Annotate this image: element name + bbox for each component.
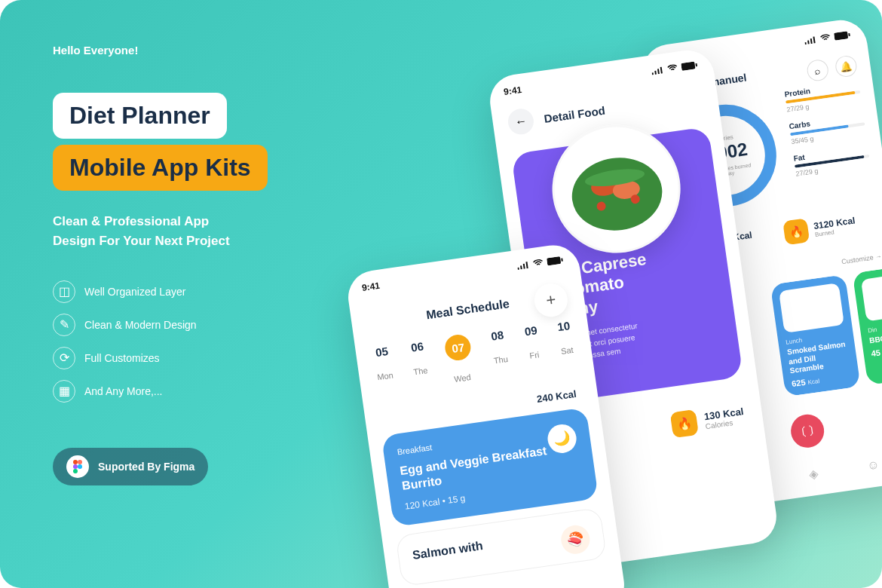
svg-rect-8 [813, 36, 815, 43]
svg-rect-16 [660, 67, 663, 74]
svg-rect-30 [547, 256, 561, 265]
svg-point-1 [78, 460, 82, 464]
battery-icon [547, 256, 564, 265]
macro-item: Carbs35/45 g [789, 112, 866, 145]
meal-thumb [779, 283, 844, 333]
feature-icon: ✎ [53, 314, 75, 336]
calendar-day[interactable]: 10Sat [556, 319, 575, 369]
feature-icon: ▦ [53, 380, 75, 403]
svg-rect-5 [804, 42, 806, 44]
status-icons [651, 61, 699, 75]
day-number: 10 [556, 319, 571, 333]
svg-point-0 [73, 460, 78, 464]
day-name: The [413, 366, 428, 377]
figma-icon [66, 455, 89, 478]
calendar-day[interactable]: 08Thu [489, 328, 510, 378]
day-number: 08 [489, 328, 505, 342]
burned-icon: 🔥 [782, 218, 810, 245]
svg-rect-14 [654, 71, 657, 75]
feature-text: Full Customizes [84, 352, 160, 364]
svg-rect-27 [520, 265, 522, 269]
svg-rect-10 [848, 33, 850, 36]
back-button[interactable]: ← [507, 107, 535, 136]
svg-rect-18 [695, 63, 697, 66]
macro-item: Protein27/29 g [784, 80, 862, 114]
wifi-icon [819, 34, 831, 43]
meal-scroll-card[interactable]: LunchSmoked Salmon and Dill Scramble625 … [770, 274, 861, 397]
svg-point-4 [73, 469, 78, 473]
feature-icon: ⟳ [53, 347, 75, 369]
status-icons [804, 31, 851, 45]
meal-card-breakfast[interactable]: 🌙 Breakfast Egg and Veggie Breakfast Bur… [381, 407, 599, 527]
svg-rect-6 [807, 41, 810, 44]
svg-rect-28 [523, 264, 525, 269]
meal-scroll-tag: Din [868, 319, 882, 334]
figma-badge: Suported By Figma [53, 448, 208, 485]
scan-fab[interactable]: ⟮ ⟯ [789, 412, 826, 450]
title-line-1: Diet Planner [53, 93, 227, 139]
svg-rect-13 [652, 72, 654, 75]
day-name: Sat [560, 345, 574, 356]
svg-rect-7 [810, 38, 813, 44]
status-time: 9:41 [503, 84, 522, 97]
macros-list: Protein27/29 gCarbs35/45 gFat27/29 g [784, 80, 874, 202]
day-name: Fri [528, 350, 541, 360]
day-name: Mon [377, 370, 394, 381]
calendar-day[interactable]: 09Fri [524, 323, 543, 373]
macro-item: Fat27/29 g [793, 144, 871, 178]
battery-icon [834, 31, 851, 41]
nav-profile-icon[interactable]: ☺ [860, 452, 882, 478]
feature-icon: ◫ [53, 280, 75, 303]
svg-rect-26 [517, 268, 519, 270]
day-name: Thu [493, 354, 508, 366]
feature-text: Clean & Modern Design [84, 319, 197, 331]
day-number: 06 [409, 339, 425, 354]
figma-badge-text: Suported By Figma [98, 461, 194, 473]
title-line-2: Mobile App Kits [53, 145, 268, 191]
wifi-icon [532, 259, 544, 268]
meal-scroll-name: Smoked Salmon and Dill Scramble [787, 339, 850, 375]
status-time: 9:41 [361, 280, 381, 293]
battery-icon [681, 61, 698, 71]
signal-icon [804, 35, 816, 44]
status-icons [516, 256, 564, 270]
feature-text: Well Organized Layer [84, 286, 185, 298]
customize-link[interactable]: Customize → [841, 252, 882, 265]
search-icon[interactable]: ⌕ [806, 58, 830, 82]
day-number: 05 [373, 345, 391, 360]
calendar-day[interactable]: 06The [409, 339, 430, 389]
svg-rect-9 [834, 31, 848, 40]
svg-point-2 [73, 464, 78, 469]
feature-text: And Any More,... [84, 385, 163, 397]
wifi-icon [666, 64, 678, 73]
day-number: 07 [444, 333, 473, 362]
day-number: 09 [524, 323, 538, 338]
food-image [544, 117, 689, 262]
notification-icon[interactable]: 🔔 [835, 54, 859, 78]
svg-rect-17 [681, 62, 695, 71]
detail-header: Detail Food [543, 103, 605, 124]
svg-point-3 [78, 464, 82, 469]
svg-rect-15 [657, 69, 660, 74]
signal-icon [651, 66, 664, 75]
signal-icon [516, 261, 529, 270]
nav-chart-icon[interactable]: ◈ [801, 461, 826, 486]
svg-rect-31 [561, 259, 563, 262]
svg-rect-29 [525, 262, 528, 268]
flame-icon: 🔥 [670, 409, 699, 438]
calendar-day[interactable]: 07Wed [444, 333, 476, 384]
meal-thumb [861, 271, 882, 322]
calendar-day[interactable]: 05Mon [373, 345, 396, 394]
